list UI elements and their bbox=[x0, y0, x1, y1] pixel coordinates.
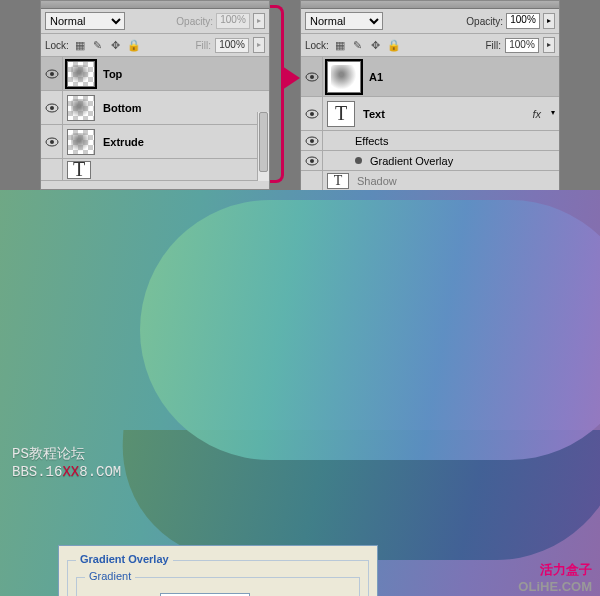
lock-position-icon[interactable]: ✥ bbox=[109, 38, 123, 52]
panel-tabbar bbox=[41, 1, 269, 9]
svg-point-7 bbox=[310, 75, 314, 79]
layer-name: Bottom bbox=[103, 102, 142, 114]
brand-cn: 活力盒子 bbox=[518, 561, 592, 579]
watermark-brand: 活力盒子 OLiHE.COM bbox=[518, 561, 592, 594]
visibility-eye-icon[interactable] bbox=[305, 109, 319, 119]
layer-name: Top bbox=[103, 68, 122, 80]
fill-label: Fill: bbox=[195, 40, 211, 51]
gradient-overlay-title: Gradient Overlay bbox=[76, 553, 173, 565]
visibility-eye-icon[interactable] bbox=[305, 136, 319, 146]
layers-list: Top Bottom Extrude T bbox=[41, 57, 269, 181]
layer-row-cut[interactable]: T bbox=[41, 159, 269, 181]
gradient-overlay-fieldset: Gradient Overlay Gradient Blend Mode: Ov… bbox=[67, 560, 369, 596]
extruded-shape bbox=[80, 190, 600, 570]
blend-mode-select[interactable]: Normal bbox=[45, 12, 125, 30]
fill-flyout-icon[interactable]: ▸ bbox=[543, 37, 555, 53]
layer-thumbnail[interactable] bbox=[67, 61, 95, 87]
effects-row[interactable]: Effects bbox=[301, 131, 559, 151]
visibility-eye-icon[interactable] bbox=[305, 72, 319, 82]
brand-en: OLiHE.COM bbox=[518, 579, 592, 594]
lock-label: Lock: bbox=[305, 40, 329, 51]
visibility-eye-icon[interactable] bbox=[305, 156, 319, 166]
effect-bullet-icon bbox=[355, 157, 362, 164]
layer-row-shadow[interactable]: T Shadow bbox=[301, 171, 559, 191]
lock-row: Lock: ▦ ✎ ✥ 🔒 Fill: 100% ▸ bbox=[41, 34, 269, 57]
fx-expand-icon[interactable]: ▾ bbox=[547, 106, 559, 122]
opacity-flyout-icon[interactable]: ▸ bbox=[253, 13, 265, 29]
opacity-value[interactable]: 100% bbox=[216, 13, 250, 29]
watermark-line2: BBS.16XX8.COM bbox=[12, 463, 121, 481]
svg-point-11 bbox=[310, 139, 314, 143]
lock-transparency-icon[interactable]: ▦ bbox=[73, 38, 87, 52]
panel-header: Normal Opacity: 100% ▸ bbox=[301, 9, 559, 34]
gradient-overlay-dialog: Gradient Overlay Gradient Blend Mode: Ov… bbox=[58, 545, 378, 596]
lock-transparency-icon[interactable]: ▦ bbox=[333, 38, 347, 52]
lock-paint-icon[interactable]: ✎ bbox=[351, 38, 365, 52]
watermark-line1: PS教程论坛 bbox=[12, 445, 121, 463]
layer-name: Extrude bbox=[103, 136, 144, 148]
scrollbar[interactable] bbox=[257, 112, 269, 181]
layer-row-bottom[interactable]: Bottom bbox=[41, 91, 269, 125]
layer-thumbnail-text[interactable]: T bbox=[327, 173, 349, 189]
opacity-label: Opacity: bbox=[176, 16, 213, 27]
opacity-label: Opacity: bbox=[466, 16, 503, 27]
layer-row-extrude[interactable]: Extrude bbox=[41, 125, 269, 159]
layer-thumbnail[interactable] bbox=[327, 61, 361, 93]
fill-flyout-icon[interactable]: ▸ bbox=[253, 37, 265, 53]
merge-bracket-annotation bbox=[270, 5, 284, 183]
lock-label: Lock: bbox=[45, 40, 69, 51]
svg-point-3 bbox=[50, 106, 54, 110]
layer-row-a1[interactable]: A1 bbox=[301, 57, 559, 97]
layer-name: Shadow bbox=[357, 175, 397, 187]
effect-name: Gradient Overlay bbox=[370, 155, 453, 167]
lock-position-icon[interactable]: ✥ bbox=[369, 38, 383, 52]
visibility-eye-icon[interactable] bbox=[45, 137, 59, 147]
panel-tabbar bbox=[301, 1, 559, 9]
fill-label: Fill: bbox=[485, 40, 501, 51]
merge-arrow-icon bbox=[282, 66, 300, 90]
visibility-eye-icon[interactable] bbox=[45, 103, 59, 113]
shape-top-face bbox=[140, 200, 600, 460]
lock-all-icon[interactable]: 🔒 bbox=[127, 38, 141, 52]
layer-thumbnail[interactable] bbox=[67, 95, 95, 121]
lock-all-icon[interactable]: 🔒 bbox=[387, 38, 401, 52]
layer-thumbnail-text[interactable]: T bbox=[67, 161, 91, 179]
tutorial-top-region: Normal Opacity: 100% ▸ Lock: ▦ ✎ ✥ 🔒 Fil… bbox=[0, 0, 600, 190]
layers-list: A1 T Text fx ▾ Effects Gradient Overlay bbox=[301, 57, 559, 191]
svg-point-9 bbox=[310, 112, 314, 116]
scrollbar-thumb[interactable] bbox=[259, 112, 268, 172]
lock-paint-icon[interactable]: ✎ bbox=[91, 38, 105, 52]
layer-row-text[interactable]: T Text fx ▾ bbox=[301, 97, 559, 131]
svg-point-5 bbox=[50, 140, 54, 144]
svg-point-13 bbox=[310, 159, 314, 163]
layer-row-top[interactable]: Top bbox=[41, 57, 269, 91]
gradient-group-title: Gradient bbox=[85, 570, 135, 582]
layer-name: Text bbox=[363, 108, 385, 120]
layers-panel-right: Normal Opacity: 100% ▸ Lock: ▦ ✎ ✥ 🔒 Fil… bbox=[300, 0, 560, 190]
svg-point-1 bbox=[50, 72, 54, 76]
effect-gradient-overlay-row[interactable]: Gradient Overlay bbox=[301, 151, 559, 171]
blend-mode-select[interactable]: Normal bbox=[305, 12, 383, 30]
fill-value[interactable]: 100% bbox=[215, 38, 249, 53]
gradient-group: Gradient Blend Mode: Overlay Opacity: % … bbox=[76, 577, 360, 596]
watermark-forum: PS教程论坛 BBS.16XX8.COM bbox=[12, 445, 121, 481]
opacity-flyout-icon[interactable]: ▸ bbox=[543, 13, 555, 29]
opacity-value[interactable]: 100% bbox=[506, 13, 540, 29]
lock-row: Lock: ▦ ✎ ✥ 🔒 Fill: 100% ▸ bbox=[301, 34, 559, 57]
fill-value[interactable]: 100% bbox=[505, 38, 539, 53]
panel-header: Normal Opacity: 100% ▸ bbox=[41, 9, 269, 34]
artwork-preview: PS教程论坛 BBS.16XX8.COM 活力盒子 OLiHE.COM Grad… bbox=[0, 190, 600, 596]
fx-badge[interactable]: fx bbox=[532, 108, 541, 120]
layer-name: A1 bbox=[369, 71, 383, 83]
layer-thumbnail[interactable] bbox=[67, 129, 95, 155]
layers-panel-left: Normal Opacity: 100% ▸ Lock: ▦ ✎ ✥ 🔒 Fil… bbox=[40, 0, 270, 190]
effects-label: Effects bbox=[355, 135, 388, 147]
layer-thumbnail-text[interactable]: T bbox=[327, 101, 355, 127]
visibility-eye-icon[interactable] bbox=[45, 69, 59, 79]
